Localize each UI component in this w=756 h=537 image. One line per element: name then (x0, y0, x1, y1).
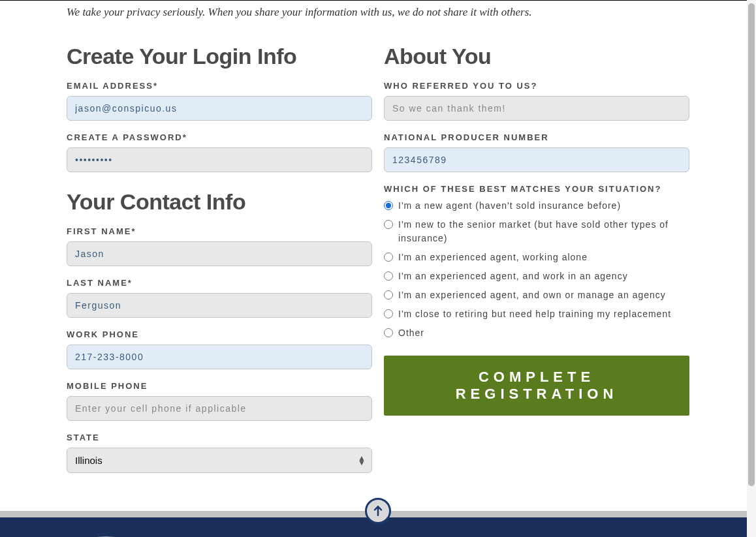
contact-info-heading: Your Contact Info (67, 189, 372, 215)
email-label: EMAIL ADDRESS* (67, 81, 372, 91)
workphone-label: WORK PHONE (67, 330, 372, 339)
email-input[interactable] (67, 96, 372, 121)
situation-radio-5[interactable] (384, 309, 393, 318)
npn-label: NATIONAL PRODUCER NUMBER (384, 132, 689, 142)
situation-radio-1[interactable] (384, 220, 393, 229)
situation-option-label[interactable]: I'm new to the senior market (but have s… (398, 218, 689, 245)
situation-option-label[interactable]: I'm an experienced agent, and own or man… (398, 288, 666, 302)
left-column: Create Your Login Info EMAIL ADDRESS* CR… (67, 38, 372, 485)
mobilephone-input[interactable] (67, 396, 372, 421)
workphone-input[interactable] (67, 345, 372, 369)
situation-radio-2[interactable] (384, 253, 393, 262)
firstname-label: FIRST NAME* (67, 226, 372, 236)
situation-radio-4[interactable] (384, 290, 393, 299)
mobilephone-label: MOBILE PHONE (67, 381, 372, 391)
situation-option-label[interactable]: Other (398, 326, 424, 340)
situation-radio-6[interactable] (384, 328, 393, 337)
scroll-to-top-button[interactable] (365, 498, 391, 524)
state-select[interactable]: Illinois (67, 448, 372, 473)
login-info-heading: Create Your Login Info (67, 44, 372, 69)
lastname-input[interactable] (67, 293, 372, 318)
situation-radio-group: I'm a new agent (haven't sold insurance … (384, 199, 689, 340)
scrollbar-thumb[interactable] (748, 3, 755, 486)
lastname-label: LAST NAME* (67, 278, 372, 288)
firstname-input[interactable] (67, 241, 372, 266)
complete-registration-button[interactable]: COMPLETE REGISTRATION (384, 356, 689, 416)
about-you-heading: About You (384, 44, 689, 69)
password-label: CREATE A PASSWORD* (67, 132, 372, 142)
situation-option-label[interactable]: I'm close to retiring but need help trai… (398, 307, 671, 321)
situation-radio-3[interactable] (384, 271, 393, 281)
password-input[interactable] (67, 147, 372, 172)
situation-option-label[interactable]: I'm an experienced agent, working alone (398, 251, 588, 264)
scrollbar-track[interactable] (747, 0, 756, 537)
referred-label: WHO REFERRED YOU TO US? (384, 81, 689, 91)
state-label: STATE (67, 433, 372, 442)
privacy-note: We take your privacy seriously. When you… (0, 1, 756, 19)
situation-option-label[interactable]: I'm an experienced agent, and work in an… (398, 269, 628, 283)
registration-form: Create Your Login Info EMAIL ADDRESS* CR… (0, 19, 756, 511)
arrow-up-icon (371, 504, 385, 517)
new-horizons-logo-icon: New Horizons SM (67, 534, 197, 537)
npn-input[interactable] (384, 147, 689, 172)
situation-radio-0[interactable] (384, 201, 393, 210)
referred-input[interactable] (384, 96, 689, 121)
situation-label: WHICH OF THESE BEST MATCHES YOUR SITUATI… (384, 184, 689, 194)
right-column: About You WHO REFERRED YOU TO US? NATION… (384, 38, 689, 485)
situation-option-label[interactable]: I'm a new agent (haven't sold insurance … (398, 199, 621, 213)
